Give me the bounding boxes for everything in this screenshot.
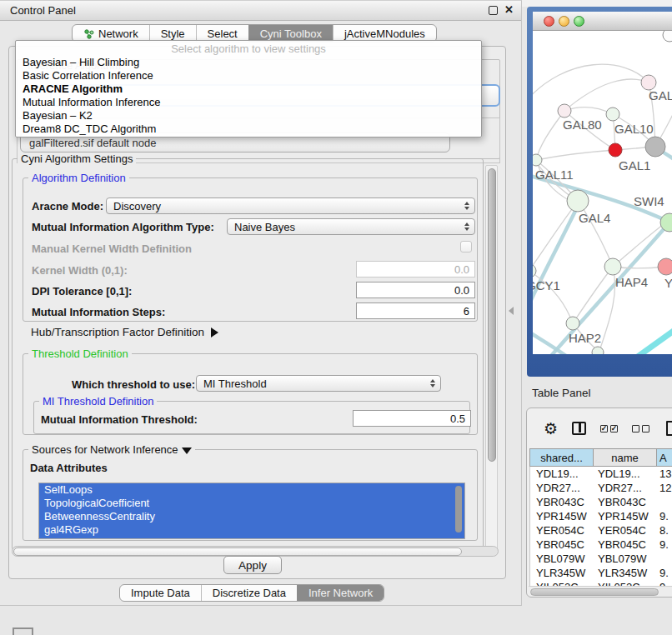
list-scrollbar-thumb[interactable] [455, 486, 462, 532]
algorithm-option[interactable]: ARACNE Algorithm [16, 82, 481, 96]
tab-jactivemnodules[interactable]: jActiveMNodules [333, 25, 436, 42]
column-header-clipped[interactable]: A [657, 449, 672, 466]
tab-infer-network[interactable]: Infer Network [297, 585, 384, 601]
dpi-tolerance-field[interactable]: 0.0 [356, 282, 475, 298]
network-node[interactable] [558, 104, 571, 118]
network-window-titlebar[interactable] [533, 12, 672, 31]
columns-icon[interactable] [572, 422, 586, 435]
network-edge[interactable] [536, 150, 615, 160]
mi-threshold-field[interactable]: 0.5 [353, 410, 471, 427]
float-window-icon[interactable] [489, 6, 498, 15]
data-attributes-list[interactable]: SelfLoopsTopologicalCoefficientBetweenne… [38, 482, 465, 539]
table-header: shared... name A [529, 448, 672, 467]
dock-panel-icon[interactable] [13, 628, 33, 635]
table-row[interactable]: YDR27...YDR27...12 [530, 481, 672, 495]
combo-arrows-icon [464, 202, 469, 210]
network-edge[interactable] [545, 222, 669, 354]
network-edge[interactable] [564, 108, 613, 114]
network-node-label: GAL [649, 88, 672, 102]
network-view-window[interactable]: GALGAL80GAL10GAL1GAL11GAL4SWI4GCY1HAP4YH… [527, 7, 672, 377]
table-row[interactable]: YER054CYER054C8. [530, 523, 672, 538]
network-node[interactable] [533, 154, 542, 166]
column-header-shared-name[interactable]: shared... [530, 449, 594, 466]
tab-network[interactable]: Network [73, 25, 149, 42]
tab-cyni-toolbox[interactable]: Cyni Toolbox [248, 25, 333, 42]
network-node[interactable] [567, 190, 589, 212]
network-edge[interactable] [629, 324, 672, 354]
network-edge[interactable] [533, 202, 578, 272]
apply-button[interactable]: Apply [223, 556, 282, 574]
table-row[interactable]: YDL19...YDL19...13 [530, 467, 672, 481]
table-scrollbar-thumb[interactable] [530, 588, 659, 596]
network-node[interactable] [606, 108, 619, 121]
mi-steps-field[interactable]: 6 [356, 302, 475, 319]
aracne-mode-combobox[interactable]: Discovery [106, 198, 475, 214]
table-cell: YBL079W [530, 552, 594, 565]
table-row[interactable]: YBR043CYBR043C [530, 495, 672, 509]
network-node[interactable] [645, 137, 665, 157]
horizontal-scrollbar-thumb[interactable] [13, 548, 462, 556]
network-node[interactable] [663, 31, 672, 42]
zoom-traffic-light[interactable] [574, 16, 584, 27]
table-row[interactable]: YBL079WYBL079W [530, 552, 672, 566]
mi-type-combobox[interactable]: Naive Bayes [227, 218, 475, 235]
table-cell: 8. [657, 524, 672, 537]
network-node[interactable] [609, 143, 622, 157]
network-node[interactable] [592, 347, 604, 354]
network-edge[interactable] [533, 64, 649, 101]
network-edge[interactable] [564, 79, 649, 111]
tab-style-label: Style [161, 28, 185, 40]
which-threshold-combobox[interactable]: MI Threshold [196, 375, 441, 392]
tab-select[interactable]: Select [196, 25, 248, 42]
algorithm-option[interactable]: Bayesian – Hill Climbing [16, 56, 481, 69]
document-icon[interactable] [666, 421, 672, 436]
kernel-width-field[interactable]: 0.0 [356, 261, 475, 278]
manual-kernel-checkbox[interactable] [460, 241, 472, 252]
minimize-traffic-light[interactable] [559, 16, 569, 27]
sources-group-title[interactable]: Sources for Network Inference [28, 443, 195, 456]
select-all-checkboxes-icon[interactable] [600, 425, 618, 432]
network-edge[interactable] [536, 111, 564, 160]
table-row[interactable]: YLR345WYLR345W9. [530, 566, 672, 580]
algorithm-option[interactable]: Bayesian – K2 [16, 109, 481, 122]
network-node-label: GAL1 [619, 158, 650, 172]
table-row[interactable]: YIL052CYIL052C9 [530, 580, 672, 586]
settings-vertical-scrollbar[interactable] [485, 165, 498, 550]
network-edge[interactable] [599, 267, 615, 351]
table-row[interactable]: YPR145WYPR145W9. [530, 509, 672, 523]
network-node[interactable] [566, 317, 579, 330]
algorithm-option[interactable]: Mutual Information Inference [16, 96, 481, 109]
close-traffic-light[interactable] [544, 16, 554, 27]
deselect-all-checkboxes-icon[interactable] [632, 425, 649, 432]
apply-button-label: Apply [238, 559, 267, 572]
close-icon[interactable]: ✕ [504, 3, 514, 16]
combo-arrows-icon [464, 222, 469, 231]
network-node-label: GAL11 [535, 168, 574, 182]
table-cell: YDL19... [594, 468, 657, 480]
gear-icon[interactable]: ⚙ [544, 421, 558, 437]
algorithm-option[interactable]: Basic Correlation Inference [16, 69, 481, 82]
hub-transcription-section-toggle[interactable]: Hub/Transcription Factor Definition [31, 326, 218, 338]
tab-impute-data[interactable]: Impute Data [120, 585, 201, 601]
algorithm-definition-title: Algorithm Definition [28, 172, 129, 184]
data-attribute-item[interactable]: BetweennessCentrality [39, 510, 464, 523]
table-horizontal-scrollbar[interactable] [529, 586, 672, 596]
network-node[interactable] [658, 258, 672, 275]
table-row[interactable]: YBR045CYBR045C9. [530, 538, 672, 552]
network-canvas[interactable]: GALGAL80GAL10GAL1GAL11GAL4SWI4GCY1HAP4YH… [533, 31, 672, 354]
table-cell: YBL079W [594, 552, 657, 565]
network-edge[interactable] [533, 202, 579, 318]
network-edge[interactable] [533, 329, 573, 354]
algorithm-option[interactable]: Dream8 DC_TDC Algorithm [16, 122, 481, 136]
tab-discretize-data[interactable]: Discretize Data [201, 585, 297, 601]
panel-splitter-handle[interactable] [509, 307, 514, 315]
network-node[interactable] [604, 258, 621, 275]
network-edge[interactable] [613, 221, 668, 267]
tab-style[interactable]: Style [149, 25, 196, 42]
column-header-name[interactable]: name [594, 449, 657, 466]
data-attribute-item[interactable]: gal4RGexp [39, 523, 464, 537]
vertical-scrollbar-thumb[interactable] [488, 168, 496, 462]
data-attribute-item[interactable]: SelfLoops [39, 483, 464, 497]
tab-select-label: Select [208, 28, 238, 40]
data-attribute-item[interactable]: TopologicalCoefficient [39, 497, 464, 510]
